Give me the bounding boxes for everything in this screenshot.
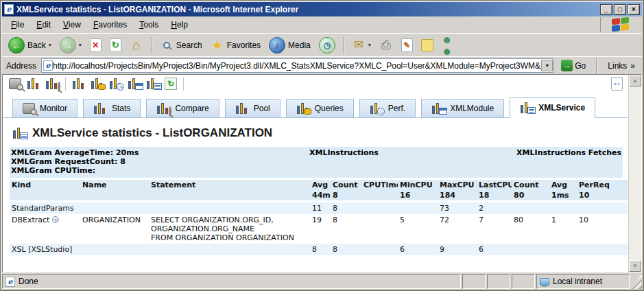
vertical-scrollbar[interactable]: ▲ ▼ <box>628 75 641 272</box>
tab-label: XMLModule <box>450 104 494 113</box>
page-icon: e <box>43 60 53 71</box>
refresh-button[interactable]: ↻ <box>106 36 125 54</box>
count-cell: 8 <box>331 214 361 244</box>
print-button[interactable]: ⎙ <box>376 36 396 54</box>
status-text: Done <box>19 277 38 286</box>
col-lastcpu: LastCPU <box>477 180 512 190</box>
address-label: Address <box>5 61 38 71</box>
xmlinstructions-fetches-group-label: XMLInstructions Fetches <box>516 148 621 157</box>
address-dropdown-icon[interactable]: ▾ <box>541 60 553 71</box>
edit-icon: ✎ <box>401 38 413 52</box>
fetch-avg-cell: 1 <box>549 214 577 244</box>
menu-file[interactable]: File <box>5 18 30 32</box>
tab-pool[interactable]: Pool <box>225 99 281 117</box>
xml-source-icon[interactable]: ‹·› <box>611 77 623 91</box>
refresh-page-icon[interactable]: ↻ <box>165 78 177 90</box>
col-avg: Avg <box>310 180 331 190</box>
col-maxcpu: MaxCPU <box>438 180 477 190</box>
monitor-tool-icon[interactable] <box>8 77 22 91</box>
scroll-up-icon[interactable]: ▲ <box>629 75 641 86</box>
cputime-cell <box>361 244 398 255</box>
home-button[interactable]: ⌂ <box>126 36 147 54</box>
tab-monitor[interactable]: Monitor <box>12 99 77 117</box>
total-fetch-count: 80 <box>512 190 549 202</box>
discuss-note-icon <box>421 39 433 51</box>
pool-tool-icon[interactable] <box>72 78 86 90</box>
go-arrow-icon: → <box>561 60 573 71</box>
tab-label: Queries <box>315 104 344 113</box>
mail-dropdown-icon[interactable]: ▾ <box>368 42 371 48</box>
statement-cell <box>149 244 310 255</box>
history-button[interactable]: ◷ <box>315 35 339 56</box>
stop-button[interactable]: ✕ <box>86 36 105 54</box>
status-pane: e Done <box>2 274 461 289</box>
stop-icon: ✕ <box>90 38 102 52</box>
menu-view[interactable]: View <box>57 18 87 32</box>
search-label: Search <box>176 40 202 50</box>
address-input[interactable]: e http://localhost/ProjectsBin/MyProject… <box>41 58 553 73</box>
tab-compare[interactable]: Compare <box>146 99 219 117</box>
tab-stats[interactable]: Stats <box>83 99 141 117</box>
xmlmodule-tool-icon[interactable] <box>128 78 141 90</box>
local-intranet-icon <box>540 278 549 286</box>
mail-button[interactable]: ✉ ▾ <box>348 36 374 54</box>
messenger-button[interactable]: ☻☻ <box>438 36 459 54</box>
favorites-button[interactable]: ★ Favorites <box>207 36 264 54</box>
address-url[interactable]: http://localhost/ProjectsBin/MyProject3/… <box>53 61 541 71</box>
fetch-count-cell: 80 <box>512 214 549 244</box>
menu-tools[interactable]: Tools <box>133 18 165 32</box>
discuss-button[interactable] <box>418 37 437 54</box>
forward-dropdown-icon[interactable]: ▾ <box>79 42 82 48</box>
perf-tool-icon[interactable]: ◷ <box>109 78 123 90</box>
table-row-dbextract: DBExtract+ ORGANIZATION SELECT ORGANIZAT… <box>10 214 628 244</box>
toolbar-separator <box>65 77 66 91</box>
forward-button[interactable]: → ▾ <box>56 35 85 56</box>
windows-logo-throbber <box>600 17 640 32</box>
edit-button[interactable]: ✎ <box>398 36 416 54</box>
total-cell <box>10 190 80 202</box>
stats-page-body: XMLGram AverageTime: 20ms XMLGram Reques… <box>3 140 628 272</box>
search-button[interactable]: Search <box>156 36 206 54</box>
queries-tool-icon[interactable] <box>91 78 104 90</box>
compare-tab-icon <box>156 102 170 115</box>
scrollbar-track[interactable] <box>629 86 641 260</box>
tab-xmlmodule[interactable]: XMLModule <box>421 99 504 117</box>
minimize-button[interactable]: _ <box>600 4 612 15</box>
total-lastcpu: 18 <box>477 190 512 202</box>
fetch-count-cell <box>512 244 549 255</box>
scroll-down-icon[interactable]: ▼ <box>629 260 641 272</box>
stats-tool-icon[interactable] <box>27 78 40 90</box>
perreq-cell: 10 <box>577 214 628 244</box>
maximize-button[interactable]: □ <box>614 4 626 15</box>
xmlgram-cputime: XMLGram CPUTime: <box>11 166 621 175</box>
refresh-icon: ↻ <box>110 38 121 52</box>
maxcpu-cell: 72 <box>438 214 477 244</box>
status-bar: e Done Local intranet <box>2 272 642 289</box>
table-header-row: Kind Name Statement Avg Count CPUTime Mi… <box>10 180 628 190</box>
xmlservice-tool-icon[interactable] <box>146 78 160 90</box>
resize-grip[interactable] <box>631 274 642 289</box>
media-button[interactable]: ♪ Media <box>265 35 314 56</box>
close-button[interactable]: × <box>628 4 640 15</box>
expand-icon[interactable]: + <box>52 216 59 223</box>
tab-strip: Monitor Stats Compare Pool Queries <box>3 93 628 118</box>
standard-toolbar: ← Back ▾ → ▾ ✕ ↻ ⌂ Search ★ Favorites ♪ … <box>2 33 642 56</box>
tab-xmlservice[interactable]: XMLService <box>510 97 595 118</box>
title-bar[interactable]: e XMLService statistics - ListORGANIZATI… <box>2 2 642 16</box>
favorites-label: Favorites <box>227 40 261 50</box>
menu-bar: File Edit View Favorites Tools Help <box>2 16 642 33</box>
links-button[interactable]: Links » <box>604 61 639 71</box>
count-cell: 8 <box>331 202 361 215</box>
menu-edit[interactable]: Edit <box>30 18 57 32</box>
back-button[interactable]: ← Back ▾ <box>5 35 55 56</box>
tab-perf[interactable]: ◷ Perf. <box>359 99 416 117</box>
ie-window-icon: e <box>4 4 14 14</box>
menu-help[interactable]: Help <box>165 18 194 32</box>
queries-tab-icon <box>296 102 310 115</box>
back-dropdown-icon[interactable]: ▾ <box>49 42 51 48</box>
go-button[interactable]: → Go <box>557 59 590 72</box>
compare-tool-icon[interactable] <box>45 78 59 90</box>
tab-label: Stats <box>112 104 130 113</box>
tab-queries[interactable]: Queries <box>286 99 354 117</box>
menu-favorites[interactable]: Favorites <box>87 18 133 32</box>
